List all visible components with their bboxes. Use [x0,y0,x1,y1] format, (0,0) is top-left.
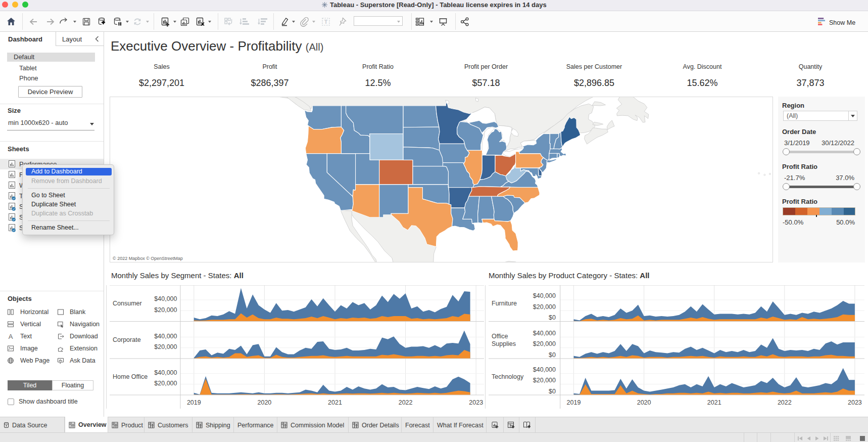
svg-text:Consumer: Consumer [113,300,142,307]
svg-text:$20,000: $20,000 [154,343,177,350]
svg-text:2023: 2023 [469,399,483,406]
svg-text:A: A [9,333,13,340]
svg-text:$0: $0 [549,314,556,321]
svg-text:$40,000: $40,000 [154,369,177,376]
svg-text:2021: 2021 [707,399,721,406]
svg-text:$0: $0 [549,388,556,395]
svg-text:$0: $0 [549,351,556,359]
svg-text:Supplies: Supplies [492,340,516,347]
svg-text:Office: Office [492,333,508,340]
svg-text:$20,000: $20,000 [533,303,556,311]
svg-text:$20,000: $20,000 [533,377,556,384]
svg-text:2023: 2023 [848,399,862,406]
svg-text:$40,000: $40,000 [533,330,556,337]
svg-text:$20,000: $20,000 [533,340,556,347]
svg-text:2020: 2020 [257,399,271,406]
svg-text:Furniture: Furniture [492,300,517,307]
svg-text:Corporate: Corporate [113,336,141,343]
svg-text:$20,000: $20,000 [154,306,177,314]
svg-text:$40,000: $40,000 [154,333,177,340]
svg-text:Technology: Technology [492,373,524,380]
svg-text:T: T [324,19,328,25]
svg-text:$40,000: $40,000 [154,295,177,302]
svg-text:2022: 2022 [778,399,792,406]
svg-text:$40,000: $40,000 [533,292,556,299]
svg-text:2019: 2019 [567,399,581,406]
svg-text:2022: 2022 [399,399,413,406]
svg-text:2021: 2021 [328,399,342,406]
svg-text:2019: 2019 [187,399,201,406]
svg-text:Home Office: Home Office [113,373,148,380]
svg-text:$40,000: $40,000 [533,366,556,373]
svg-text:2020: 2020 [637,399,651,406]
svg-text:$20,000: $20,000 [154,380,177,387]
